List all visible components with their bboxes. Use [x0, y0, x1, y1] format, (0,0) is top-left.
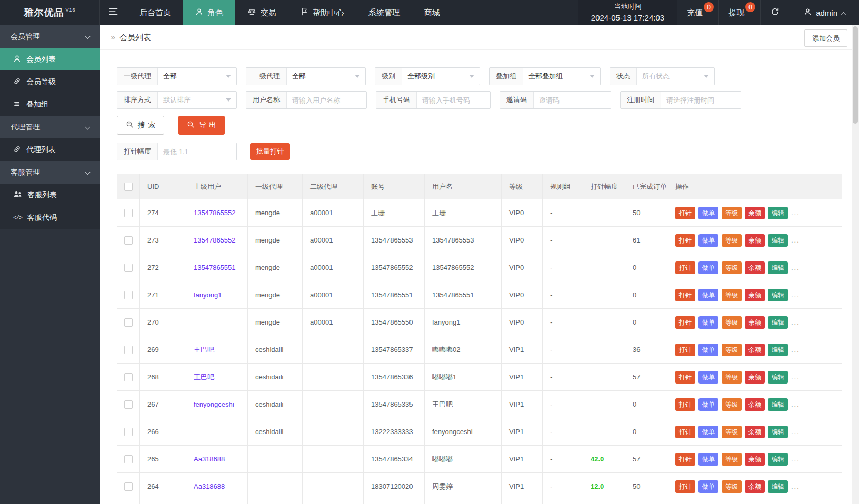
action-make-order-button[interactable]: 做单 [698, 453, 718, 466]
action-balance-button[interactable]: 余额 [745, 453, 765, 466]
sidebar-group-agent-management[interactable]: 代理管理 [0, 116, 100, 138]
action-level-button[interactable]: 等级 [722, 207, 742, 219]
action-level-button[interactable]: 等级 [722, 344, 742, 356]
sidebar-item-member-level[interactable]: 会员等级 [0, 70, 100, 93]
nav-item-mall[interactable]: 商城 [412, 0, 452, 25]
action-edit-button[interactable]: 编辑 [768, 453, 788, 466]
action-make-order-button[interactable]: 做单 [698, 289, 718, 301]
row-checkbox[interactable] [124, 373, 133, 381]
cell-parent-user[interactable]: fanyong1 [186, 281, 248, 309]
nav-item-help-center[interactable]: 帮助中心 [288, 0, 356, 25]
recharge-button[interactable]: 充值 0 [677, 0, 718, 25]
action-make-order-button[interactable]: 做单 [698, 234, 718, 247]
action-balance-button[interactable]: 余额 [745, 234, 765, 247]
action-level-button[interactable]: 等级 [722, 453, 742, 466]
sidebar-group-member-management[interactable]: 会员管理 [0, 25, 100, 48]
action-balance-button[interactable]: 余额 [745, 344, 765, 356]
action-inject-button[interactable]: 打针 [675, 371, 695, 384]
row-checkbox[interactable] [124, 482, 133, 491]
action-inject-button[interactable]: 打针 [675, 398, 695, 411]
row-checkbox[interactable] [124, 236, 133, 245]
action-make-order-button[interactable]: 做单 [698, 398, 718, 411]
row-checkbox[interactable] [124, 400, 133, 409]
sidebar-item-service-list[interactable]: 客服列表 [0, 184, 100, 206]
action-level-button[interactable]: 等级 [722, 234, 742, 247]
nav-item-home[interactable]: 后台首页 [127, 0, 183, 25]
cell-parent-user[interactable]: Aa318688 [186, 473, 248, 500]
nav-item-role[interactable]: 角色 [183, 0, 235, 25]
action-balance-button[interactable]: 余额 [745, 261, 765, 274]
row-more-button[interactable]: ... [791, 318, 800, 326]
action-edit-button[interactable]: 编辑 [768, 234, 788, 247]
action-edit-button[interactable]: 编辑 [768, 398, 788, 411]
filter-level-select[interactable]: 级别 全部级别 [375, 67, 480, 85]
action-edit-button[interactable]: 编辑 [768, 344, 788, 356]
action-edit-button[interactable]: 编辑 [768, 426, 788, 438]
inject-range-input[interactable] [158, 143, 236, 160]
action-edit-button[interactable]: 编辑 [768, 480, 788, 493]
action-balance-button[interactable]: 余额 [745, 207, 765, 219]
action-make-order-button[interactable]: 做单 [698, 261, 718, 274]
phone-input[interactable] [417, 92, 490, 108]
refresh-button[interactable] [760, 0, 790, 25]
action-balance-button[interactable]: 余额 [745, 289, 765, 301]
action-level-button[interactable]: 等级 [722, 480, 742, 493]
action-level-button[interactable]: 等级 [722, 289, 742, 301]
action-inject-button[interactable]: 打针 [675, 234, 695, 247]
action-inject-button[interactable]: 打针 [675, 426, 695, 438]
action-edit-button[interactable]: 编辑 [768, 289, 788, 301]
sidebar-item-member-list[interactable]: 会员列表 [0, 48, 100, 70]
action-make-order-button[interactable]: 做单 [698, 344, 718, 356]
action-inject-button[interactable]: 打针 [675, 480, 695, 493]
username-input[interactable] [287, 92, 366, 108]
nav-item-system[interactable]: 系统管理 [356, 0, 412, 25]
action-balance-button[interactable]: 余额 [745, 398, 765, 411]
action-make-order-button[interactable]: 做单 [698, 480, 718, 493]
user-menu[interactable]: admin [790, 0, 859, 25]
action-edit-button[interactable]: 编辑 [768, 371, 788, 384]
row-more-button[interactable]: ... [791, 400, 800, 408]
action-make-order-button[interactable]: 做单 [698, 371, 718, 384]
search-button[interactable]: 搜索 [117, 116, 164, 135]
row-checkbox[interactable] [124, 291, 133, 299]
sidebar-toggle-button[interactable] [100, 0, 127, 25]
nav-item-trade[interactable]: 交易 [235, 0, 288, 25]
action-edit-button[interactable]: 编辑 [768, 261, 788, 274]
cell-parent-user[interactable]: 13547865551 [186, 254, 248, 281]
sidebar-group-service-management[interactable]: 客服管理 [0, 161, 100, 184]
select-all-checkbox[interactable] [124, 183, 133, 191]
action-inject-button[interactable]: 打针 [675, 344, 695, 356]
row-more-button[interactable]: ... [791, 346, 800, 354]
action-inject-button[interactable]: 打针 [675, 289, 695, 301]
action-make-order-button[interactable]: 做单 [698, 316, 718, 329]
row-more-button[interactable]: ... [791, 209, 800, 217]
sidebar-item-agent-list[interactable]: 代理列表 [0, 138, 100, 161]
invite-code-input[interactable] [534, 92, 611, 108]
action-make-order-button[interactable]: 做单 [698, 207, 718, 219]
action-level-button[interactable]: 等级 [722, 261, 742, 274]
action-edit-button[interactable]: 编辑 [768, 316, 788, 329]
cell-parent-user[interactable]: 王巴吧 [186, 336, 248, 364]
sidebar-item-service-code[interactable]: </> 客服代码 [0, 206, 100, 229]
sidebar-item-stack-group[interactable]: 叠加组 [0, 93, 100, 116]
export-button[interactable]: 导出 [178, 116, 225, 135]
add-member-button[interactable]: 添加会员 [804, 29, 847, 47]
register-time-input[interactable] [661, 92, 741, 108]
action-level-button[interactable]: 等级 [722, 398, 742, 411]
scrollbar-thumb[interactable] [853, 26, 858, 124]
batch-inject-button[interactable]: 批量打针 [250, 143, 290, 160]
action-inject-button[interactable]: 打针 [675, 316, 695, 329]
cell-parent-user[interactable]: 王巴吧 [186, 364, 248, 391]
row-checkbox[interactable] [124, 428, 133, 436]
cell-parent-user[interactable]: 13547865552 [186, 199, 248, 227]
row-more-button[interactable]: ... [791, 264, 800, 271]
action-balance-button[interactable]: 余额 [745, 426, 765, 438]
action-level-button[interactable]: 等级 [722, 371, 742, 384]
row-checkbox[interactable] [124, 346, 133, 354]
action-make-order-button[interactable]: 做单 [698, 426, 718, 438]
filter-status-select[interactable]: 状态 所有状态 [610, 67, 715, 85]
row-checkbox[interactable] [124, 264, 133, 272]
action-level-button[interactable]: 等级 [722, 426, 742, 438]
cell-parent-user[interactable]: 13547865552 [186, 227, 248, 254]
row-more-button[interactable]: ... [791, 455, 800, 463]
